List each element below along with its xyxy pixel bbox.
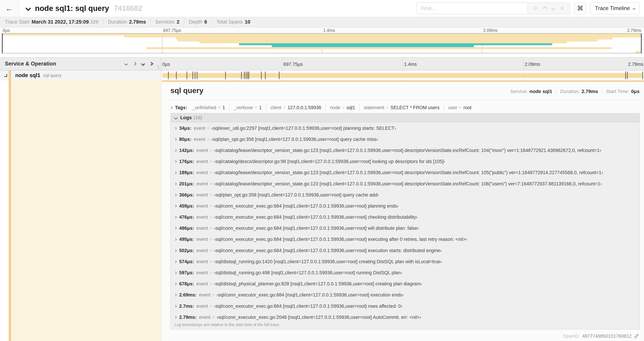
log-field-value: ‹sql/catalog/lease/descriptor_version_st…: [214, 170, 603, 175]
log-marker-tick: [248, 72, 248, 79]
deep-link-icon[interactable]: [634, 333, 639, 339]
log-field-key: event: [196, 303, 208, 309]
log-timestamp: 495μs:: [179, 237, 194, 242]
log-entry[interactable]: 502μs:event=‹sql/conn_executor_exec.go:6…: [171, 245, 640, 256]
trace-timeline-page: ← node sql1: sql query 7418682: [0, 0, 644, 341]
log-field-value: ‹sql/distsql_running.go:498 [nsql1,clien…: [214, 270, 402, 275]
tags-row[interactable]: Tags:_unfinished=1_verbose=1client=127.0…: [170, 103, 640, 112]
log-entry[interactable]: 574μs:event=‹sql/distsql_running.go:1420…: [171, 256, 640, 267]
log-entry[interactable]: 2.7ms:event=‹sql/conn_executor_exec.go:6…: [171, 301, 640, 312]
log-timestamp: 189μs:: [179, 170, 194, 175]
collapse-all-icon[interactable]: [142, 63, 144, 65]
log-expand-chevron-icon: [174, 260, 177, 263]
log-entry[interactable]: 34μs:event=‹sql/exec_util.go:2297 [nsql1…: [171, 123, 640, 134]
log-timestamp: 142μs:: [179, 148, 194, 153]
span-service-name: node sql1: [15, 72, 40, 79]
column-resizer-handle[interactable]: [158, 65, 159, 69]
collapse-one-icon[interactable]: [124, 62, 128, 66]
log-equals: =: [210, 281, 212, 287]
ruler-tick-label: 1.4ms: [404, 62, 417, 67]
log-entry[interactable]: 189μs:event=‹sql/catalog/lease/descripto…: [171, 167, 640, 178]
log-field-value: ‹sql/conn_executor_exec.go:684 [nsql1,cl…: [214, 226, 419, 231]
log-timestamp: 366μs:: [179, 192, 194, 198]
separator: [266, 104, 266, 111]
log-entry[interactable]: 597μs:event=‹sql/distsql_running.go:498 …: [171, 267, 640, 278]
log-entry[interactable]: 476μs:event=‹sql/conn_executor_exec.go:6…: [171, 212, 640, 223]
separator: [326, 104, 326, 111]
expand-all-icon[interactable]: [150, 63, 152, 65]
find-prev-icon[interactable]: [543, 6, 547, 11]
log-marker-tick: [197, 72, 197, 79]
log-entry[interactable]: 366μs:event=‹sql/plan_opt.go:358 [nsql1,…: [171, 189, 640, 200]
logs-header[interactable]: Logs (18): [171, 113, 640, 122]
expand-one-icon[interactable]: [133, 62, 136, 66]
log-field-value: ‹sql/plan_opt.go:358 [nsql1,client=127.0…: [212, 137, 378, 142]
log-entry[interactable]: 495μs:event=‹sql/conn_executor_exec.go:6…: [171, 234, 640, 245]
span-color-stripe: [9, 80, 11, 341]
log-marker-tick: [246, 72, 246, 79]
log-entry[interactable]: 80μs:event=‹sql/plan_opt.go:358 [nsql1,c…: [171, 134, 640, 145]
ruler-tick-label: 2.09ms: [525, 62, 540, 67]
log-expand-chevron-icon: [174, 171, 177, 174]
log-entry[interactable]: 201μs:event=‹sql/catalog/lease/descripto…: [171, 178, 640, 189]
ruler-tick-label: 697.75μs: [284, 62, 303, 67]
separator: [184, 19, 184, 25]
log-entry[interactable]: 2.79ms:event=‹sql/conn_executor_exec.go:…: [171, 312, 640, 323]
keyboard-shortcuts-button[interactable]: ⌘: [574, 3, 586, 14]
log-equals: =: [210, 226, 212, 231]
find-input[interactable]: [417, 3, 527, 14]
log-field-key: event: [196, 270, 208, 275]
span-color-stripe: [9, 70, 11, 80]
focus-target-icon[interactable]: [533, 6, 538, 11]
separator: [212, 19, 212, 25]
log-entry[interactable]: 142μs:event=‹sql/catalog/lease/descripto…: [171, 145, 640, 156]
back-button[interactable]: ←: [0, 0, 19, 17]
find-next-icon[interactable]: [551, 6, 555, 11]
minimap-span-bar: [635, 51, 641, 53]
find-clear-icon[interactable]: ✕: [560, 6, 564, 11]
divider: [170, 100, 640, 100]
span-collapse-chevron-icon[interactable]: [4, 74, 7, 77]
minimap-span-bar: [124, 36, 642, 38]
gridline: [403, 58, 403, 70]
span-row-name-cell[interactable]: node sql1 sql query: [0, 70, 161, 80]
log-field-key: event: [196, 181, 208, 187]
log-field-value: ‹sql/conn_executor_exec.go:684 [nsql1,cl…: [214, 203, 398, 209]
collapse-trace-chevron-icon[interactable]: [26, 6, 31, 11]
minimap-span-bar: [178, 40, 598, 42]
trace-minimap: 0μs697.75μs1.4ms2.09ms2.79ms: [0, 27, 644, 54]
log-entry[interactable]: 678μs:event=‹sql/distsql_physical_planne…: [171, 278, 640, 289]
minimap-scrubber-handle-right[interactable]: [641, 34, 642, 53]
log-equals: =: [210, 270, 212, 275]
span-detail-title: sql query: [170, 86, 204, 95]
trace-info-value: 2: [177, 19, 180, 25]
trace-info-item: Depth6: [189, 19, 207, 25]
span-row-bar-cell[interactable]: [161, 70, 644, 80]
minimap-canvas[interactable]: [2, 33, 642, 53]
tags-expand-chevron-icon: [170, 106, 173, 109]
view-selector-button[interactable]: Trace Timeline: [590, 3, 640, 14]
log-field-value: ‹sql/plan_opt.go:358 [nsql1,client=127.0…: [214, 192, 379, 198]
log-field-value: ‹sql/conn_executor_exec.go:684 [nsql1,cl…: [214, 214, 418, 220]
tag-value: root: [464, 105, 472, 110]
log-timestamp: 2.69ms:: [179, 292, 197, 298]
service-operation-label: Service & Operation: [5, 61, 56, 67]
log-timestamp: 2.79ms:: [179, 315, 197, 320]
span-duration-bar: [162, 73, 642, 78]
log-marker-tick: [261, 72, 262, 79]
log-timestamp: 476μs:: [179, 214, 194, 220]
summary-value: node sql1: [530, 89, 552, 94]
minimap-scrubber-handle-left[interactable]: [2, 34, 3, 53]
log-entry[interactable]: 459μs:event=‹sql/conn_executor_exec.go:6…: [171, 200, 640, 212]
log-field-value: ‹sql/catalog/lease/descriptor_version_st…: [214, 148, 601, 153]
log-entry[interactable]: 2.69ms:event=‹sql/conn_executor_exec.go:…: [171, 289, 640, 301]
service-operation-header: Service & Operation: [0, 58, 161, 70]
trace-id: 7418682: [114, 4, 142, 13]
log-field-key: event: [199, 315, 210, 320]
log-entry[interactable]: 486μs:event=‹sql/conn_executor_exec.go:6…: [171, 223, 640, 234]
log-entry[interactable]: 176μs:event=‹sql/catalog/descs/descripto…: [171, 156, 640, 167]
log-equals: =: [207, 126, 210, 131]
log-marker-tick: [176, 72, 176, 79]
minimap-span-bar: [200, 42, 567, 43]
log-field-key: event: [196, 248, 208, 253]
